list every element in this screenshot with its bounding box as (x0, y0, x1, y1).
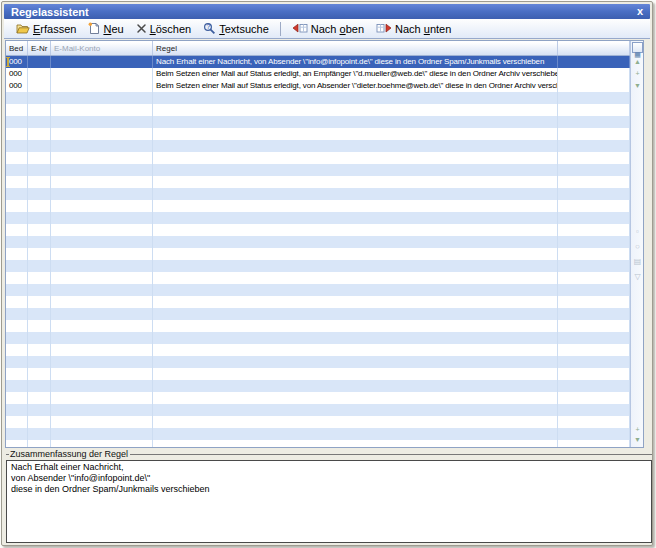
empty-cell-enr (28, 128, 51, 140)
empty-cell-bed (6, 428, 28, 440)
cell-bed[interactable]: 000 (6, 68, 28, 80)
empty-cell-email-konto (51, 260, 153, 272)
rule-row[interactable]: 000Beim Setzen einer Mail auf Status erl… (6, 80, 630, 92)
empty-cell-enr (28, 116, 51, 128)
textsuche-button[interactable]: ? Textsuche (197, 20, 275, 37)
cell-email-konto[interactable] (51, 80, 153, 92)
cell-regel[interactable]: Beim Setzen einer Mail auf Status erledi… (153, 68, 558, 80)
empty-row (6, 392, 630, 404)
groupbox-line-left (6, 454, 9, 455)
empty-cell-extra (558, 368, 630, 380)
empty-row (6, 212, 630, 224)
empty-cell-bed (6, 296, 28, 308)
empty-cell-regel (153, 176, 558, 188)
nach-unten-button[interactable]: Nach unten (370, 21, 457, 37)
cell-enr[interactable] (28, 68, 51, 80)
nach-oben-button[interactable]: Nach oben (286, 21, 370, 37)
empty-cell-enr (28, 212, 51, 224)
cell-extra[interactable] (558, 80, 630, 92)
cell-bed[interactable]: 000 (6, 80, 28, 92)
summary-text: Nach Erhalt einer Nachricht, von Absende… (6, 460, 652, 543)
empty-cell-bed (6, 380, 28, 392)
add-row-icon[interactable]: + (635, 70, 639, 78)
empty-cell-bed (6, 128, 28, 140)
empty-cell-enr (28, 392, 51, 404)
filter-icon[interactable]: ▽ (634, 272, 640, 281)
empty-row (6, 200, 630, 212)
empty-cell-bed (6, 416, 28, 428)
empty-cell-enr (28, 284, 51, 296)
empty-cell-enr (28, 152, 51, 164)
empty-cell-bed (6, 308, 28, 320)
zoom-icon[interactable]: ○ (635, 242, 640, 251)
column-header-email-konto[interactable]: E-Mail-Konto (51, 41, 153, 55)
empty-row (6, 128, 630, 140)
empty-cell-bed (6, 188, 28, 200)
empty-cell-bed (6, 332, 28, 344)
empty-cell-email-konto (51, 200, 153, 212)
column-header-regel[interactable]: Regel (153, 41, 558, 55)
empty-cell-regel (153, 392, 558, 404)
scroll-next-icon[interactable]: ▼ (634, 82, 641, 90)
box-icon[interactable]: ▫ (636, 227, 639, 236)
empty-cell-extra (558, 236, 630, 248)
empty-cell-bed (6, 92, 28, 104)
column-header-bed[interactable]: Bed (6, 41, 28, 55)
empty-row (6, 428, 630, 440)
erfassen-button[interactable]: Erfassen (10, 20, 82, 37)
empty-cell-email-konto (51, 272, 153, 284)
loeschen-label: Löschen (150, 23, 192, 35)
empty-cell-bed (6, 104, 28, 116)
empty-cell-email-konto (51, 392, 153, 404)
empty-cell-email-konto (51, 152, 153, 164)
summary-group: Zusammenfassung der Regel Nach Erhalt ei… (6, 449, 652, 543)
scroll-bottom-icon[interactable]: ▼ (634, 436, 641, 444)
empty-cell-extra (558, 332, 630, 344)
empty-row (6, 92, 630, 104)
list-icon[interactable]: ▤ (634, 257, 642, 266)
loeschen-button[interactable]: Löschen (130, 21, 198, 37)
empty-cell-enr (28, 440, 51, 447)
empty-cell-email-konto (51, 440, 153, 447)
rule-row[interactable]: 000Beim Setzen einer Mail auf Status erl… (6, 68, 630, 80)
empty-row (6, 188, 630, 200)
column-header-extra[interactable] (558, 41, 630, 55)
neu-button[interactable]: Neu (82, 20, 129, 37)
empty-row (6, 140, 630, 152)
title-bar[interactable]: Regelassistent x (4, 4, 650, 19)
empty-cell-extra (558, 380, 630, 392)
empty-cell-regel (153, 260, 558, 272)
empty-row (6, 308, 630, 320)
empty-cell-extra (558, 164, 630, 176)
empty-cell-enr (28, 272, 51, 284)
rules-grid: BedE-NrE-Mail-KontoRegel 000Nach Erhalt … (5, 40, 644, 448)
empty-cell-regel (153, 212, 558, 224)
empty-cell-extra (558, 356, 630, 368)
summary-header: Zusammenfassung der Regel (6, 449, 652, 459)
close-icon[interactable]: x (637, 6, 643, 17)
cell-enr[interactable] (28, 80, 51, 92)
scroll-top-icon[interactable]: ▲ (634, 58, 641, 66)
cell-email-konto[interactable] (51, 68, 153, 80)
cell-extra[interactable] (558, 68, 630, 80)
empty-cell-extra (558, 404, 630, 416)
empty-cell-regel (153, 320, 558, 332)
empty-row (6, 164, 630, 176)
add-row-icon[interactable]: + (635, 426, 639, 434)
empty-cell-extra (558, 392, 630, 404)
empty-cell-email-konto (51, 236, 153, 248)
empty-cell-bed (6, 356, 28, 368)
rule-row[interactable]: 000Nach Erhalt einer Nachricht, von Abse… (6, 56, 630, 68)
cell-regel[interactable]: Nach Erhalt einer Nachricht, von Absende… (153, 56, 558, 68)
empty-cell-regel (153, 152, 558, 164)
empty-cell-enr (28, 308, 51, 320)
cell-extra[interactable] (558, 56, 630, 68)
cell-email-konto[interactable] (51, 56, 153, 68)
empty-cell-extra (558, 92, 630, 104)
column-header-enr[interactable]: E-Nr (28, 41, 51, 55)
cell-regel[interactable]: Beim Setzen einer Mail auf Status erledi… (153, 80, 558, 92)
grid-customize-button[interactable]: ▦ (632, 42, 643, 53)
empty-cell-bed (6, 440, 28, 447)
cell-enr[interactable] (28, 56, 51, 68)
empty-row (6, 104, 630, 116)
